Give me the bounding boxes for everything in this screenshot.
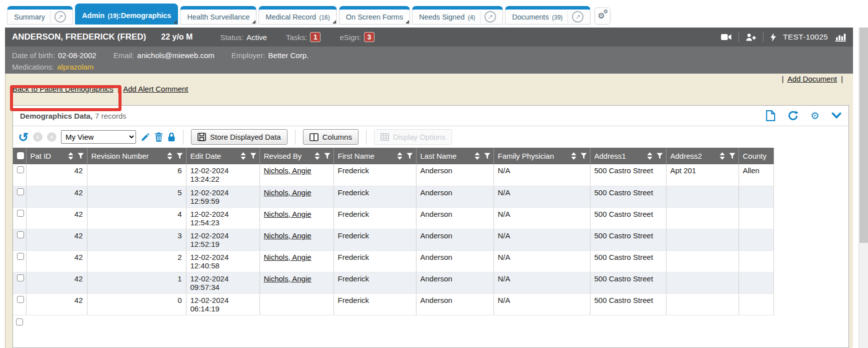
tasks-label: Tasks:	[286, 33, 308, 42]
row-checkbox[interactable]	[17, 231, 24, 238]
tab-needs-signed[interactable]: Needs Signed (4)↗	[412, 6, 503, 25]
sort-icon[interactable]	[314, 152, 320, 160]
tab-on-screen-forms[interactable]: On Screen Forms	[339, 6, 410, 25]
popout-icon[interactable]: ↗	[54, 11, 66, 23]
column-label: Revision Number	[92, 152, 167, 160]
cell-county	[738, 250, 774, 272]
sort-icon[interactable]	[397, 152, 402, 160]
revised-by-link[interactable]: Nichols, Angie	[264, 166, 312, 175]
cell-sel	[13, 207, 26, 229]
popout-icon[interactable]: ↗	[572, 11, 584, 23]
filter-icon[interactable]	[78, 153, 84, 159]
add-document-link[interactable]: Add Document	[788, 75, 837, 83]
sort-icon[interactable]	[720, 152, 725, 160]
tab-summary[interactable]: Summary↗	[7, 6, 73, 25]
revised-by-link[interactable]: Nichols, Angie	[264, 188, 312, 197]
filter-icon[interactable]	[484, 153, 490, 159]
new-document-icon[interactable]	[766, 110, 776, 121]
row-checkbox[interactable]	[17, 274, 24, 281]
popout-icon[interactable]: ↗	[484, 11, 496, 23]
cell-sel	[13, 293, 26, 315]
tab-settings-button[interactable]: ⚙ ⚙	[594, 8, 610, 25]
cell-revised_by: Nichols, Angie	[260, 207, 334, 229]
cell-last_name: Anderson	[416, 250, 494, 272]
cell-pat_id: 42	[26, 272, 87, 293]
prev-view-icon[interactable]: ‹	[33, 132, 42, 142]
filter-icon[interactable]	[250, 153, 256, 159]
tab-label: Admin (19):Demographics	[82, 12, 171, 20]
partial-table-row	[13, 315, 774, 330]
row-checkbox[interactable]	[17, 188, 24, 195]
esign-label: eSign:	[340, 33, 361, 42]
tab-documents[interactable]: Documents (39)↗	[505, 6, 590, 25]
refresh-icon[interactable]	[788, 110, 798, 121]
filter-icon[interactable]	[656, 153, 663, 159]
cell-address1: 500 Castro Street	[590, 250, 666, 272]
cell-county	[738, 207, 774, 229]
sort-icon[interactable]	[68, 152, 74, 160]
filter-icon[interactable]	[406, 153, 413, 159]
revised-by-link[interactable]: Nichols, Angie	[264, 210, 312, 218]
columns-button[interactable]: Columns	[303, 129, 358, 145]
cell-revision: 4	[87, 207, 186, 229]
video-camera-icon[interactable]	[721, 34, 732, 41]
tab-admin[interactable]: Admin (19):Demographics	[75, 4, 178, 25]
table-row: 42512-02-202412:59:59Nichols, AngieFrede…	[13, 186, 774, 207]
select-all-checkbox[interactable]	[17, 152, 24, 159]
filter-icon[interactable]	[176, 153, 183, 159]
separator: |	[841, 75, 843, 83]
table-row: 42112-02-202409:57:34Nichols, AngieFrede…	[13, 272, 774, 293]
row-checkbox[interactable]	[17, 253, 24, 260]
tab-menu-indicator	[174, 20, 177, 24]
row-checkbox[interactable]	[17, 210, 24, 217]
esign-badge[interactable]: 3	[364, 32, 374, 42]
column-header-sel[interactable]	[13, 148, 26, 164]
panel-settings-icon[interactable]: ⚙	[810, 111, 820, 121]
lock-view-icon[interactable]	[168, 132, 176, 142]
patient-banner: ANDERSON, FREDERICK (FRED) 22 y/o M Stat…	[5, 28, 853, 47]
vertical-scrollbar[interactable]	[858, 28, 868, 348]
medications-value[interactable]: alprazolam	[57, 63, 94, 71]
cell-revised_by: Nichols, Angie	[260, 164, 334, 186]
next-view-icon[interactable]: ›	[47, 132, 56, 142]
lightning-bolt-icon[interactable]	[770, 33, 776, 42]
row-checkbox[interactable]	[16, 318, 23, 325]
add-alert-comment-link[interactable]: Add Alert Comment	[123, 85, 188, 93]
divider	[295, 130, 296, 145]
sort-icon[interactable]	[571, 152, 576, 160]
tab-medical-record[interactable]: Medical Record (16)	[258, 6, 336, 25]
cell-revision: 1	[87, 272, 186, 293]
filter-icon[interactable]	[324, 153, 330, 159]
column-header-address1: Address1	[590, 148, 666, 164]
delete-view-trash-icon[interactable]	[154, 132, 163, 142]
table-row: 42412-02-202412:54:23Nichols, AngieFrede…	[13, 207, 774, 229]
sort-icon[interactable]	[167, 152, 172, 160]
patient-info: Date of birth: 02-08-2002 Email: anichol…	[5, 47, 853, 74]
revised-by-link[interactable]: Nichols, Angie	[264, 231, 312, 240]
tab-list: Summary↗Admin (19):DemographicsHealth Su…	[7, 4, 590, 25]
revised-by-link[interactable]: Nichols, Angie	[264, 274, 312, 283]
scrollbar-thumb[interactable]	[860, 28, 868, 243]
filter-icon[interactable]	[729, 153, 736, 159]
back-to-demographics-link[interactable]: Back to Patient Demographics	[12, 85, 114, 93]
cell-revision: 6	[87, 164, 186, 186]
bar-chart-icon[interactable]	[835, 33, 846, 42]
row-checkbox[interactable]	[17, 166, 24, 173]
collapse-chevron-icon[interactable]	[832, 112, 842, 119]
sort-icon[interactable]	[474, 152, 480, 160]
filter-icon[interactable]	[580, 153, 587, 159]
undo-icon[interactable]: ↺	[18, 132, 28, 143]
tab-health-surveillance[interactable]: Health Surveillance	[180, 6, 256, 25]
view-select[interactable]: My View	[61, 130, 136, 144]
store-displayed-data-button[interactable]: Store Displayed Data	[191, 129, 288, 145]
sort-icon[interactable]	[240, 152, 246, 160]
display-options-button[interactable]: Display Options	[374, 129, 452, 145]
tasks-badge[interactable]: 1	[310, 32, 320, 42]
add-person-icon[interactable]	[746, 34, 756, 41]
cell-last_name: Anderson	[416, 293, 494, 315]
row-checkbox[interactable]	[17, 296, 24, 303]
sort-icon[interactable]	[647, 152, 652, 160]
edit-view-pencil-icon[interactable]	[140, 132, 150, 142]
cell-revision: 3	[87, 229, 186, 250]
revised-by-link[interactable]: Nichols, Angie	[264, 253, 312, 261]
